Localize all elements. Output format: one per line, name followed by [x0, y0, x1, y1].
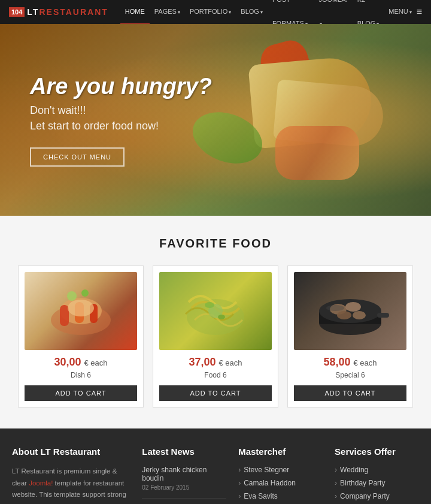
food-name-2: Food 6	[159, 371, 272, 379]
news-date-1: 02 February 2015	[142, 484, 226, 491]
masterchef-link-3[interactable]: Eva Savits	[244, 492, 278, 500]
brand: 104 LT RESTAURANT	[9, 7, 108, 17]
svg-point-6	[67, 291, 77, 301]
footer-news: Latest News Jerky shank chicken boudin 0…	[142, 446, 226, 504]
services-item-3: Company Party	[335, 492, 419, 500]
add-to-cart-button-2[interactable]: ADD TO CART	[159, 385, 272, 401]
news-item-1: Jerky shank chicken boudin 02 February 2…	[142, 466, 226, 499]
svg-point-7	[81, 289, 89, 297]
brand-number: 104	[9, 7, 25, 17]
food-card-2: 37,00 € each Food 6 ADD TO CART	[153, 265, 278, 408]
footer-services: Services Offer Wedding Birthday Party Co…	[335, 446, 419, 504]
svg-rect-15	[377, 313, 389, 318]
svg-point-5	[68, 300, 94, 316]
hero-subtitle1: Don't wait!!!	[30, 104, 212, 117]
food-image-3	[294, 272, 406, 350]
masterchef-link-2[interactable]: Camala Haddon	[244, 479, 296, 487]
food-image-2	[159, 272, 272, 350]
nav-link-menu[interactable]: MENU▾	[384, 0, 416, 25]
checkout-menu-button[interactable]: CHECK OUT MENU	[30, 147, 125, 167]
add-to-cart-button-1[interactable]: ADD TO CART	[25, 385, 137, 401]
chevron-down-icon: ▾	[229, 10, 231, 15]
svg-rect-2	[60, 305, 69, 326]
food-grid: 30,00 € each Dish 6 ADD TO CART	[12, 265, 419, 408]
food-card-1: 30,00 € each Dish 6 ADD TO CART	[18, 265, 144, 408]
hero-section: Are you hungry? Don't wait!!! Let start …	[0, 24, 431, 216]
svg-point-11	[218, 315, 225, 319]
masterchef-item-1: Steve Stegner	[238, 466, 323, 474]
footer-news-title: Latest News	[142, 446, 226, 457]
nav-item-portfolio[interactable]: PORTFOLIO▾	[185, 0, 236, 25]
news-title-1: Jerky shank chicken boudin	[142, 466, 226, 482]
services-item-2: Birthday Party	[335, 479, 419, 487]
services-link-1[interactable]: Wedding	[340, 466, 368, 474]
add-to-cart-button-3[interactable]: ADD TO CART	[294, 385, 406, 401]
hero-title: Are you hungry?	[30, 74, 212, 99]
services-item-1: Wedding	[335, 466, 419, 474]
footer-masterchef: Masterchef Steve Stegner Camala Haddon E…	[238, 446, 323, 504]
hero-subtitle2: Let start to order food now!	[30, 120, 212, 132]
masterchef-item-3: Eva Savits	[238, 492, 323, 500]
svg-point-19	[353, 311, 366, 319]
nav-item-home[interactable]: HOME	[120, 0, 150, 25]
svg-point-18	[337, 311, 351, 319]
nav-link-blog[interactable]: BLOG▾	[236, 0, 268, 25]
services-list: Wedding Birthday Party Company Party Ann…	[335, 466, 419, 504]
masterchef-link-1[interactable]: Steve Stegner	[244, 466, 289, 474]
chevron-down-icon: ▾	[409, 10, 412, 15]
chevron-down-icon: ▾	[260, 10, 263, 15]
masterchef-list: Steve Stegner Camala Haddon Eva Savits M…	[238, 466, 323, 504]
nav-link-home[interactable]: HOME	[120, 0, 150, 25]
masterchef-item-2: Camala Haddon	[238, 479, 323, 487]
food-price-1: 30,00 € each	[25, 356, 137, 369]
nav-item-menu[interactable]: MENU▾	[384, 0, 416, 25]
food-section: FAVORITE FOOD 30,00 € each	[0, 216, 431, 428]
food-price-3: 58,00 € each	[294, 356, 406, 369]
footer: About LT Restaurant LT Restaurant is pre…	[0, 428, 431, 504]
food-price-2: 37,00 € each	[159, 356, 272, 369]
hamburger-icon[interactable]: ≡	[417, 7, 422, 17]
services-link-3[interactable]: Company Party	[340, 492, 390, 500]
brand-name: RESTAURANT	[39, 7, 108, 17]
food-card-3: 58,00 € each Special 6 ADD TO CART	[287, 265, 413, 408]
navbar: 104 LT RESTAURANT HOME PAGES▾ PORTFOLIO▾…	[0, 0, 431, 24]
nav-link-portfolio[interactable]: PORTFOLIO▾	[185, 0, 236, 25]
footer-masterchef-title: Masterchef	[238, 446, 323, 457]
footer-services-title: Services Offer	[335, 446, 419, 457]
hero-content: Are you hungry? Don't wait!!! Let start …	[0, 50, 242, 191]
food-name-3: Special 6	[294, 371, 406, 379]
svg-point-17	[345, 302, 361, 312]
svg-point-10	[205, 302, 214, 308]
svg-point-20	[326, 305, 344, 311]
footer-about: About LT Restaurant LT Restaurant is pre…	[12, 446, 130, 504]
joomla-link[interactable]: Joomla!	[29, 479, 53, 487]
food-section-title: FAVORITE FOOD	[12, 237, 419, 251]
food-image-1	[25, 272, 137, 350]
food-name-1: Dish 6	[25, 371, 137, 379]
footer-about-title: About LT Restaurant	[12, 446, 130, 457]
chevron-down-icon: ▾	[178, 10, 180, 15]
services-link-2[interactable]: Birthday Party	[340, 479, 385, 487]
nav-item-blog[interactable]: BLOG▾	[236, 0, 268, 25]
nav-item-pages[interactable]: PAGES▾	[150, 0, 185, 25]
nav-link-pages[interactable]: PAGES▾	[150, 0, 185, 25]
brand-lt: LT	[27, 7, 39, 17]
footer-about-text: LT Restaurant is premium single & clear …	[12, 466, 130, 504]
